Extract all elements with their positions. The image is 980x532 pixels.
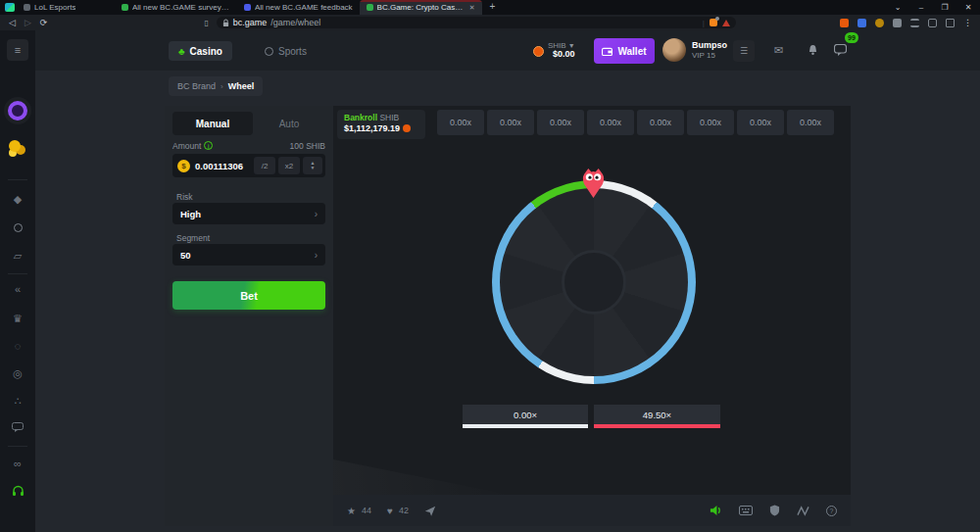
sidebar-item-racing[interactable]: «: [0, 283, 35, 295]
lock-icon: [222, 19, 229, 27]
multiplier-slot[interactable]: 0.00x: [587, 110, 634, 135]
reload-icon[interactable]: ⟳: [40, 18, 48, 27]
close-window-button[interactable]: ✕: [956, 3, 980, 12]
amount-value[interactable]: 0.00111306: [195, 161, 251, 171]
wallet-button[interactable]: Wallet: [594, 38, 655, 64]
risk-value: High: [180, 209, 201, 219]
heart-icon[interactable]: ♥: [387, 506, 393, 516]
url-field[interactable]: bc.game/game/wheel |: [217, 17, 736, 28]
star-icon[interactable]: ★: [347, 506, 356, 516]
multiplier-slot[interactable]: 0.00x: [537, 110, 584, 135]
browser-menu-icon[interactable]: ⋮: [963, 18, 972, 27]
browser-tab-2[interactable]: All new BC.GAME survey & feedback: [115, 0, 237, 15]
tab-close-icon[interactable]: ✕: [469, 4, 475, 12]
sidebar-item-vip[interactable]: ♛: [0, 313, 35, 325]
side-panel-icon[interactable]: [928, 19, 937, 27]
multiplier-slot[interactable]: 0.00x: [687, 110, 734, 135]
forward-icon[interactable]: ▷: [24, 18, 31, 27]
tab-title: BC.Game: Crypto Casino Games &: [377, 3, 464, 12]
puzzle-extensions-icon[interactable]: [893, 19, 902, 27]
sidebar-item-casino[interactable]: ◆: [0, 193, 35, 206]
vip-level: VIP 15: [692, 51, 715, 60]
breadcrumb-root[interactable]: BC Brand: [177, 81, 216, 91]
basketball-icon: [14, 223, 23, 232]
hotkeys-keyboard-icon[interactable]: [739, 506, 753, 515]
sidebar-item-affiliate[interactable]: ∴: [0, 395, 35, 408]
multiplier-slot[interactable]: 0.00x: [787, 110, 834, 135]
sidebar-item-bonus[interactable]: ◌: [0, 340, 35, 352]
sidebar-menu-icon[interactable]: ≡: [7, 39, 28, 61]
multiplier-slot[interactable]: 0.00x: [437, 110, 484, 135]
browser-tabstrip: LoL Esports All new BC.GAME survey & fee…: [0, 0, 980, 15]
risk-select[interactable]: High ›: [172, 203, 325, 224]
back-icon[interactable]: ◁: [9, 18, 16, 27]
sidebar-item-lottery[interactable]: ▱: [0, 250, 35, 263]
window-controls: ⌄ – ❐ ✕: [886, 0, 980, 15]
rewards-coins-icon[interactable]: [9, 140, 21, 152]
currency-selector[interactable]: SHIB ▼ $0.00: [533, 38, 590, 64]
sidebar-item-promotions[interactable]: ∞: [0, 458, 35, 469]
half-amount-button[interactable]: /2: [254, 157, 275, 174]
risk-label: Risk: [176, 192, 193, 202]
downloads-icon[interactable]: [946, 19, 955, 27]
shib-coin-icon: [533, 46, 544, 57]
bookmark-icon[interactable]: ▯: [204, 19, 208, 27]
sidebar-item-tokens[interactable]: ◎: [0, 367, 35, 380]
metamask-extension-icon[interactable]: [710, 19, 717, 26]
basketball-icon: [265, 47, 273, 56]
sidebar-item-support[interactable]: [0, 485, 35, 497]
nav-casino-button[interactable]: ♣ Casino: [169, 41, 232, 61]
avatar[interactable]: [662, 38, 686, 62]
restore-button[interactable]: ❐: [933, 3, 956, 12]
step-down-icon[interactable]: ▼: [311, 166, 316, 171]
result-value: 0.00×: [463, 405, 588, 424]
address-bar: ◁ ▷ ⟳ ▯ bc.game/game/wheel | ⋮: [0, 15, 980, 30]
workspace-icon[interactable]: [5, 3, 15, 12]
live-stats-icon[interactable]: [797, 506, 809, 516]
extension-icon[interactable]: [840, 19, 849, 27]
help-icon[interactable]: ?: [826, 506, 837, 516]
segment-select[interactable]: 50 ›: [172, 244, 325, 266]
sidebar-item-forum[interactable]: [0, 422, 35, 432]
multiplier-slot[interactable]: 0.00x: [737, 110, 784, 135]
double-amount-button[interactable]: x2: [278, 157, 300, 174]
bankroll-currency: SHIB: [379, 113, 399, 122]
browser-dropdown-icon[interactable]: ⌄: [886, 3, 909, 12]
multiplier-slot[interactable]: 0.00x: [637, 110, 684, 135]
amount-input[interactable]: $ 0.00111306 /2 x2 ▲ ▼: [172, 154, 325, 177]
shib-coin-icon: [403, 124, 411, 132]
bankroll-value: $1,112,179.19: [344, 123, 400, 134]
spin-bonus-icon[interactable]: [8, 101, 27, 121]
browser-tab-3[interactable]: All new BC.GAME feedback: [237, 0, 360, 15]
nav-sports-button[interactable]: Sports: [265, 41, 307, 61]
casino-label: Casino: [190, 46, 222, 57]
browser-tab-active[interactable]: BC.Game: Crypto Casino Games & ✕: [360, 0, 482, 15]
notifications-bell-icon[interactable]: [808, 44, 818, 56]
fairness-shield-icon[interactable]: [769, 505, 780, 516]
game-canvas: Bankroll SHIB $1,112,179.19 0.00x 0.00x …: [333, 106, 851, 526]
multiplier-slot[interactable]: 0.00x: [487, 110, 534, 135]
quick-menu-icon[interactable]: ☰: [733, 40, 755, 62]
info-icon[interactable]: i: [204, 141, 213, 150]
wallet-label: Wallet: [617, 46, 646, 57]
new-tab-button[interactable]: +: [482, 0, 504, 15]
reading-list-icon[interactable]: [910, 19, 919, 27]
url-path: /game/wheel: [270, 18, 320, 27]
chevron-right-icon: ›: [315, 250, 318, 261]
browser-tab-1[interactable]: LoL Esports: [17, 0, 115, 15]
sound-on-icon[interactable]: [710, 505, 722, 516]
tab-manual[interactable]: Manual: [172, 112, 253, 135]
amount-stepper[interactable]: ▲ ▼: [303, 157, 322, 174]
amount-max: 100 SHIB: [290, 141, 325, 151]
tab-favicon: [367, 4, 373, 11]
minimize-button[interactable]: –: [909, 3, 933, 12]
share-icon[interactable]: [424, 506, 436, 516]
adblock-extension-icon[interactable]: [722, 20, 730, 26]
inbox-icon[interactable]: ✉: [774, 44, 783, 57]
chat-icon[interactable]: [834, 44, 847, 56]
extension-icon[interactable]: [858, 19, 866, 27]
sidebar-item-sports[interactable]: [0, 222, 35, 234]
extension-icon[interactable]: [875, 19, 884, 27]
tab-auto[interactable]: Auto: [253, 112, 325, 135]
bet-button[interactable]: Bet: [172, 281, 325, 310]
